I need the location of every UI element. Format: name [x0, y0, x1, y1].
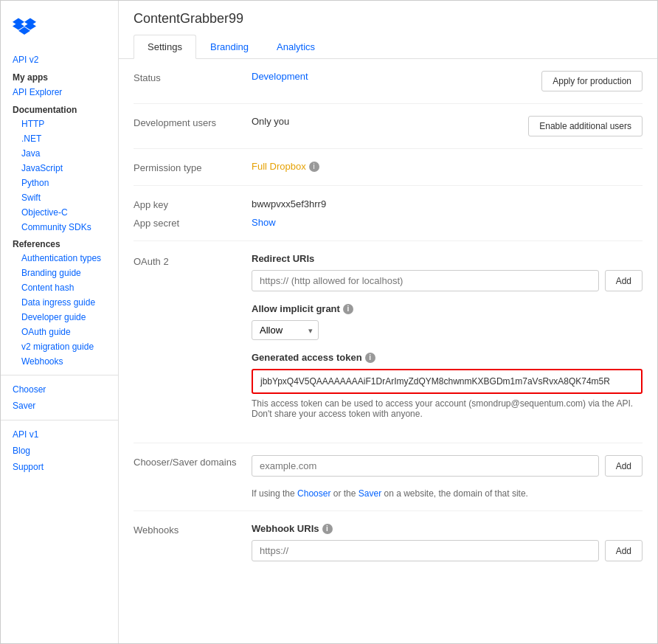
sidebar-item-content-hash[interactable]: Content hash — [1, 280, 118, 295]
generated-token-label: Generated access token — [252, 352, 362, 363]
generated-token-info-icon[interactable]: i — [365, 353, 375, 363]
oauth2-layout: OAuth 2 Redirect URIs Add — [134, 253, 643, 431]
tabs: Settings Branding Analytics — [134, 34, 643, 58]
webhooks-content: Webhook URIs i Add — [252, 523, 643, 573]
sidebar-item-objective-c[interactable]: Objective-C — [1, 205, 118, 220]
redirect-uris-title: Redirect URIs — [252, 253, 643, 264]
tab-settings[interactable]: Settings — [134, 35, 196, 59]
saver-link[interactable]: Saver — [359, 488, 381, 499]
sidebar-item-support[interactable]: Support — [1, 459, 118, 475]
sidebar-item-java[interactable]: Java — [1, 146, 118, 161]
webhook-uri-input[interactable] — [252, 540, 599, 561]
access-token-value: jbbYpxQ4V5QAAAAAAAAiF1DrArImyZdQYM8chwnm… — [252, 369, 643, 394]
allow-implicit-select[interactable]: Allow Disallow — [252, 320, 319, 340]
sidebar-divider-2 — [1, 420, 118, 420]
redirect-add-button[interactable]: Add — [605, 270, 643, 291]
generated-token-section: Generated access token i jbbYpxQ4V5QAAAA… — [252, 352, 643, 419]
app-secret-show-link[interactable]: Show — [252, 217, 276, 228]
main-content: ContentGrabber99 Settings Branding Analy… — [119, 1, 657, 643]
dev-users-row: Development users Only you Enable additi… — [134, 104, 643, 149]
status-label: Status — [134, 71, 252, 83]
redirect-uri-input[interactable] — [252, 270, 599, 291]
enable-additional-users-button[interactable]: Enable additional users — [528, 116, 643, 136]
sidebar-item-v2-migration-guide[interactable]: v2 migration guide — [1, 339, 118, 354]
allow-implicit-title: Allow implicit grant i — [252, 303, 643, 314]
chooser-desc-pre: If using the — [252, 488, 297, 499]
app-key-label: App key — [134, 198, 252, 210]
app-secret-inner: App secret Show — [134, 216, 276, 229]
chooser-saver-content: Add If using the Chooser or the Saver on… — [252, 455, 643, 499]
sidebar-item-api-v2[interactable]: API v2 — [1, 52, 118, 68]
sidebar-item-api-v1[interactable]: API v1 — [1, 426, 118, 443]
sidebar-item-branding-guide[interactable]: Branding guide — [1, 266, 118, 280]
dev-users-actions: Enable additional users — [528, 116, 643, 136]
sidebar-item-data-ingress-guide[interactable]: Data ingress guide — [1, 295, 118, 310]
sidebar-item-api-explorer[interactable]: API Explorer — [1, 84, 118, 100]
allow-implicit-select-wrap: Allow Disallow — [252, 320, 643, 340]
sidebar-item-swift[interactable]: Swift — [1, 190, 118, 205]
sidebar-item-javascript[interactable]: JavaScript — [1, 161, 118, 176]
allow-implicit-label: Allow implicit grant — [252, 303, 340, 314]
sidebar-item-blog[interactable]: Blog — [1, 443, 118, 459]
sidebar-item-chooser[interactable]: Chooser — [1, 381, 118, 398]
sidebar-item-oauth-guide[interactable]: OAuth guide — [1, 325, 118, 339]
oauth2-section: OAuth 2 Redirect URIs Add — [134, 241, 643, 443]
chooser-desc-mid: or the — [333, 488, 359, 499]
chooser-input-row: Add — [252, 455, 643, 477]
app-key-inner: App key bwwpvxx5ef3hrr9 — [134, 198, 326, 210]
app-header: ContentGrabber99 Settings Branding Analy… — [119, 1, 657, 59]
token-description: This access token can be used to access … — [252, 398, 643, 419]
app-window: API v2 My apps API Explorer Documentatio… — [0, 0, 658, 644]
app-key-value: bwwpvxx5ef3hrr9 — [252, 198, 326, 210]
redirect-uris-label: Redirect URIs — [252, 253, 314, 264]
dev-users-value: Only you — [252, 116, 528, 127]
sidebar: API v2 My apps API Explorer Documentatio… — [1, 1, 119, 643]
page-title: ContentGrabber99 — [134, 11, 643, 27]
permission-value: Full Dropbox i — [252, 161, 643, 172]
sidebar-item-net[interactable]: .NET — [1, 131, 118, 146]
chooser-link[interactable]: Chooser — [297, 488, 330, 499]
chooser-add-button[interactable]: Add — [605, 455, 643, 477]
app-key-secret-row: App key bwwpvxx5ef3hrr9 App secret Show — [134, 186, 643, 241]
webhook-uris-label: Webhook URIs — [252, 523, 319, 534]
permission-row: Permission type Full Dropbox i — [134, 149, 643, 186]
tab-analytics[interactable]: Analytics — [263, 35, 329, 59]
webhook-info-icon[interactable]: i — [322, 524, 333, 534]
oauth2-content: Redirect URIs Add Allow implicit grant — [252, 253, 643, 431]
status-value: Development — [252, 71, 541, 82]
oauth2-label: OAuth 2 — [134, 253, 252, 431]
sidebar-group-documentation: Documentation — [1, 100, 118, 117]
sidebar-item-authentication-types[interactable]: Authentication types — [1, 251, 118, 266]
dropbox-icon — [13, 14, 36, 38]
status-row: Status Development Apply for production — [134, 59, 643, 104]
allow-implicit-info-icon[interactable]: i — [343, 304, 353, 314]
webhook-input-row: Add — [252, 540, 643, 561]
chooser-desc-post: on a website, the domain of that site. — [384, 488, 527, 499]
tab-branding[interactable]: Branding — [196, 35, 263, 59]
apply-for-production-button[interactable]: Apply for production — [541, 71, 643, 91]
sidebar-item-developer-guide[interactable]: Developer guide — [1, 310, 118, 325]
permission-info-icon[interactable]: i — [309, 162, 319, 172]
sidebar-item-python[interactable]: Python — [1, 176, 118, 190]
permission-label: Permission type — [134, 161, 252, 173]
sidebar-logo — [1, 8, 118, 52]
chooser-saver-label: Chooser/Saver domains — [134, 455, 252, 468]
allow-implicit-select-container: Allow Disallow — [252, 320, 319, 340]
sidebar-item-saver[interactable]: Saver — [1, 398, 118, 414]
sidebar-divider-1 — [1, 375, 118, 375]
settings-content: Status Development Apply for production … — [119, 59, 657, 585]
app-secret-label: App secret — [134, 216, 252, 229]
chooser-saver-row: Chooser/Saver domains Add If using the C… — [134, 443, 643, 511]
sidebar-item-http[interactable]: HTTP — [1, 117, 118, 131]
webhook-add-button[interactable]: Add — [605, 540, 643, 561]
dev-users-label: Development users — [134, 116, 252, 128]
status-actions: Apply for production — [541, 71, 643, 91]
chooser-domain-input[interactable] — [252, 455, 599, 477]
sidebar-group-my-apps: My apps — [1, 68, 118, 84]
sidebar-item-webhooks[interactable]: Webhooks — [1, 354, 118, 369]
sidebar-item-community-sdks[interactable]: Community SDKs — [1, 220, 118, 235]
permission-text: Full Dropbox — [252, 161, 306, 172]
webhook-uris-title: Webhook URIs i — [252, 523, 643, 534]
redirect-uri-row: Add — [252, 270, 643, 291]
webhooks-row: Webhooks Webhook URIs i Add — [134, 511, 643, 585]
